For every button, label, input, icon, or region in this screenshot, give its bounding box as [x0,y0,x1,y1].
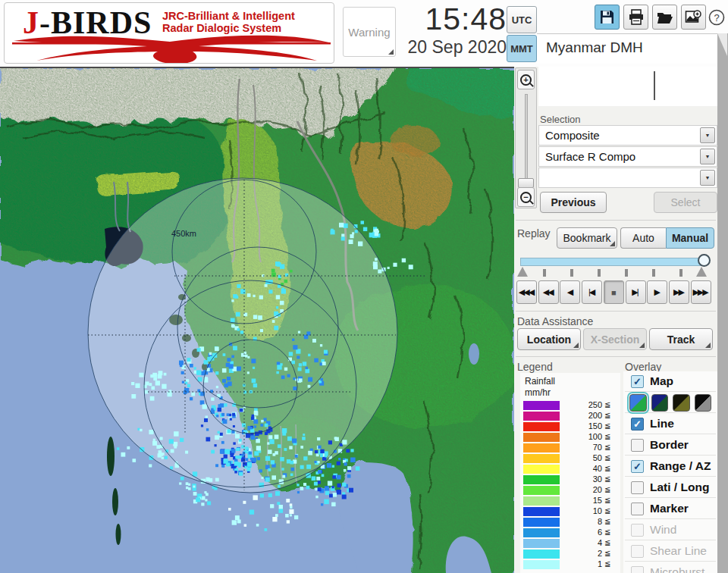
zoom-slider-track[interactable] [525,94,528,183]
overlay-item-shear-line: Shear Line [625,541,716,562]
track-button[interactable]: Track [649,328,713,350]
checkbox[interactable] [631,439,644,452]
radar-map-svg: 450km [0,68,514,573]
forward-fastest-button[interactable]: ▶▶▶ [691,280,711,304]
zoom-out-button[interactable]: − [517,187,535,207]
help-button[interactable]: ? [707,5,726,30]
save-icon [599,9,615,25]
checkbox[interactable]: ✓ [631,375,644,388]
legend-row: 250≦ [523,400,613,411]
leq-symbol: ≦ [604,506,610,515]
legend-color-swatch [523,443,560,452]
eagle-logo-icon [11,32,332,64]
slider-end-marker[interactable] [696,267,707,277]
map-style-swatch-3[interactable] [673,394,690,412]
checkbox[interactable]: ✓ [631,460,644,473]
dropdown-composite[interactable]: Composite ▼ [538,125,717,146]
map-zoom-control: + − [515,67,537,208]
leq-symbol: ≦ [604,443,610,451]
legend-color-swatch [523,401,560,410]
help-icon: ? [708,9,725,26]
step-back-button[interactable]: ◀ [560,280,580,304]
legend-value: 40 [563,464,602,473]
legend-row: 70≦ [523,443,613,453]
legend-value: 50 [563,453,602,462]
manual-button[interactable]: Manual [666,227,714,249]
skip-end-button[interactable]: ▶| [626,280,646,304]
replay-slider-track[interactable] [520,258,707,266]
leq-symbol: ≦ [604,559,610,568]
divider [516,311,716,312]
legend-row: 6≦ [523,528,613,538]
legend-color-swatch [523,433,560,442]
chevron-down-icon[interactable]: ▼ [700,170,715,186]
legend-color-swatch [523,475,560,484]
legend-value: 15 [563,496,602,505]
panel-splitter[interactable] [717,33,728,573]
legend-value: 100 [563,432,602,441]
overlay-item-range-az[interactable]: ✓Range / AZ [625,456,716,477]
print-icon [628,9,645,25]
forward-fast-button[interactable]: ▶▶ [669,280,689,304]
leq-symbol: ≦ [604,474,610,483]
save-button[interactable] [595,5,620,30]
legend-title: Legend [517,361,553,373]
leq-symbol: ≦ [604,411,610,419]
divider [516,220,716,221]
overlay-item-label: Shear Line [650,544,707,558]
overlay-item-lati-long[interactable]: Lati / Long [625,478,716,498]
map-style-swatch-2[interactable] [651,394,669,412]
legend-color-swatch [523,486,560,495]
radar-map[interactable]: 450km [0,67,514,573]
auto-button[interactable]: Auto [620,227,666,249]
coordinate-readout [538,67,717,106]
rewind-fast-button[interactable]: ◀◀ [538,280,559,304]
checkbox[interactable]: ✓ [631,418,644,431]
stop-button[interactable]: ■ [604,280,624,304]
zoom-in-button[interactable]: + [517,70,535,89]
dropdown-product[interactable]: Surface R Compo ▼ [538,146,717,167]
slider-start-marker[interactable] [517,267,528,277]
chevron-down-icon[interactable]: ▼ [700,127,715,143]
map-style-swatch-4[interactable] [695,394,712,412]
legend-value: 4 [563,538,602,547]
checkbox [631,524,644,537]
dropdown-empty[interactable]: ▼ [538,168,717,188]
rewind-fastest-button[interactable]: ◀◀◀ [516,280,537,304]
mmt-button[interactable]: MMT [507,35,537,62]
overlay-item-line[interactable]: ✓Line [625,414,716,434]
map-style-swatch-1[interactable] [629,394,647,412]
legend-row: 50≦ [523,453,613,464]
legend-units: Rainfall mm/hr [525,376,555,399]
checkbox[interactable] [631,481,644,494]
print-button[interactable] [623,5,648,30]
overlay-item-border[interactable]: Border [625,435,716,456]
play-button[interactable]: ▶ [647,280,667,304]
legend-value: 150 [563,421,602,431]
leq-symbol: ≦ [604,549,610,557]
overlay-item-map[interactable]: ✓Map [625,371,716,392]
collapse-arrow-icon[interactable] [717,33,727,56]
panel-separator [537,33,717,34]
leq-symbol: ≦ [604,528,610,536]
slider-tick [625,269,628,277]
leq-symbol: ≦ [604,421,610,430]
skip-start-button[interactable]: |◀ [582,280,602,304]
bookmark-button[interactable]: Bookmark [557,227,617,249]
zoom-out-icon: − [520,192,532,203]
leq-symbol: ≦ [604,453,610,462]
open-file-button[interactable] [652,5,677,30]
image-zoom-button[interactable] [681,5,706,30]
replay-slider-thumb[interactable] [698,254,711,267]
slider-tick [543,269,546,277]
checkbox[interactable] [631,503,644,515]
utc-button[interactable]: UTC [507,6,537,33]
overlay-item-marker[interactable]: Marker [625,499,716,519]
leq-symbol: ≦ [604,400,610,409]
chevron-down-icon[interactable]: ▼ [700,149,715,164]
previous-button[interactable]: Previous [540,192,607,213]
legend-color-swatch [523,539,560,548]
legend-value: 200 [563,411,602,420]
location-button[interactable]: Location [517,328,581,350]
legend-color-swatch [523,465,560,474]
